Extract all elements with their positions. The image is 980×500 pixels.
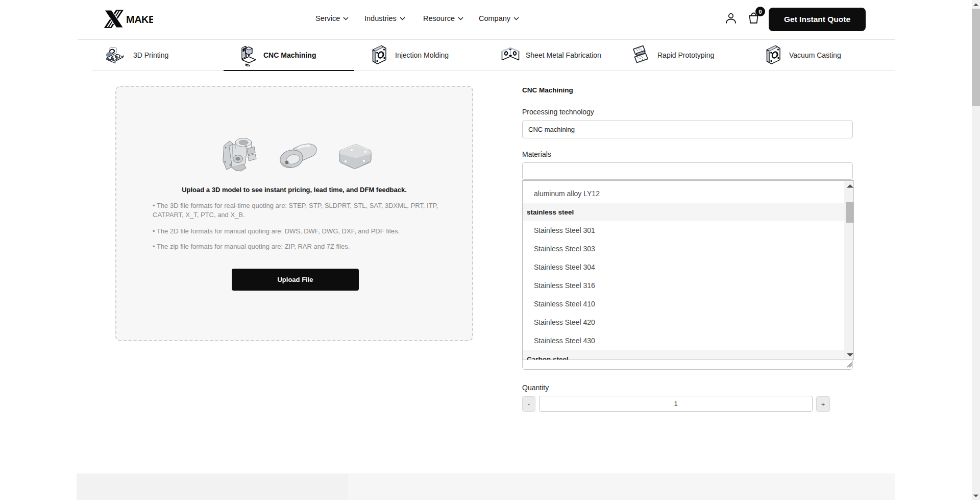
svg-text:MAKE: MAKE [126, 14, 153, 25]
